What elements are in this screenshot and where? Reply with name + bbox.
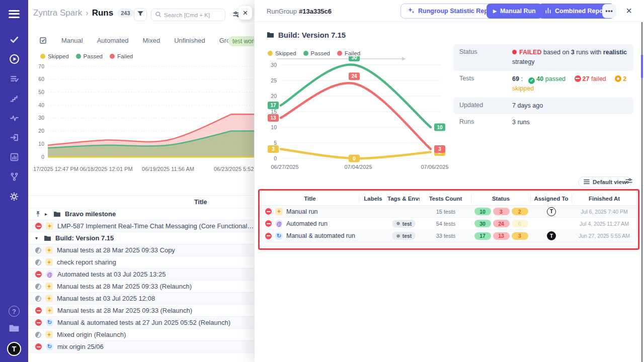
run-row[interactable]: @Automated tests at 03 Jul 2025 13:25 — [28, 268, 254, 281]
drawer-edge-close-button[interactable]: × — [238, 6, 252, 20]
run-title: check report sharing — [57, 258, 116, 266]
failed-minus-icon — [575, 75, 581, 82]
skipped-pill: 2 — [512, 208, 528, 215]
tab-manual[interactable]: Manual — [61, 37, 83, 44]
svg-text:17: 17 — [270, 103, 276, 108]
folder-row[interactable]: ▾Build: Version 7.15 — [28, 232, 254, 244]
skipped-pill: 0 — [512, 220, 528, 227]
legend-passed[interactable]: Passed — [303, 50, 330, 56]
manual-run-icon — [45, 331, 53, 338]
table-row[interactable]: Manual run15 tests1032TJul 6, 2025 7:40 … — [261, 206, 636, 218]
failed-dot-icon — [512, 50, 517, 54]
search-input[interactable] — [164, 12, 219, 18]
legend-failed[interactable]: Failed — [110, 53, 133, 59]
bulk-edit-icon[interactable] — [39, 36, 47, 44]
folder-row[interactable]: ▸Bravo milestone — [28, 208, 254, 220]
sidebar-item-branches[interactable] — [0, 168, 28, 188]
chevron-down-icon[interactable]: ▾ — [35, 235, 40, 241]
sidebar-item-reports[interactable] — [0, 148, 28, 168]
legend-label: Failed — [345, 50, 360, 56]
pin-icon[interactable] — [35, 211, 41, 217]
legend-passed[interactable]: Passed — [76, 53, 103, 59]
folder-icon — [267, 32, 274, 38]
table-row[interactable]: @Automated runtest54 tests30240Jul 4, 20… — [261, 218, 636, 230]
run-row[interactable]: ↻Manual & automated tests at 27 Jun 2025… — [28, 317, 254, 329]
runs-tabs: ManualAutomatedMixedUnfinishedGroups — [39, 36, 240, 44]
column-header-status[interactable]: Status — [471, 194, 531, 203]
close-drawer-button[interactable]: × — [622, 4, 635, 17]
passed-pill: 10 — [474, 208, 491, 215]
column-header-title[interactable]: Title — [261, 194, 359, 203]
filter-button[interactable] — [134, 8, 147, 21]
run-row[interactable]: check report sharing — [28, 256, 254, 268]
more-actions-button[interactable]: ••• — [602, 4, 616, 18]
table-settings-icon[interactable] — [625, 177, 633, 187]
failed-status-icon — [265, 208, 272, 215]
check-icon — [10, 35, 19, 46]
manual-run-icon — [275, 208, 283, 215]
column-header-tags-envs[interactable]: Tags & Envs — [387, 194, 420, 203]
manual-run-button[interactable]: ▶ Manual Run — [487, 4, 542, 19]
legend-skipped[interactable]: Skipped — [40, 53, 69, 59]
run-row[interactable]: Mixed origin (Relaunch) — [28, 329, 254, 341]
run-row[interactable]: Manual tests at 28 Mar 2025 09:33 (Relau… — [28, 305, 254, 317]
sidebar-item-projects[interactable] — [0, 324, 28, 335]
sidebar-item-runs[interactable] — [0, 50, 28, 70]
rungroup-runs-table: TitleLabelsTags & EnvsTests CountStatusA… — [261, 191, 637, 242]
table-row[interactable]: ↻Manual & automated runtest33 tests17133… — [261, 230, 636, 242]
chevron-right-icon[interactable]: ▸ — [45, 211, 49, 217]
mixed-run-icon: ↻ — [275, 232, 283, 240]
run-row[interactable]: ↻mix origin 25/06 — [28, 341, 254, 353]
svg-text:13: 13 — [270, 115, 276, 121]
scrollbar-thumb[interactable] — [641, 54, 643, 78]
column-header-assigned-to[interactable]: Assigned To — [531, 194, 572, 203]
tab-automated[interactable]: Automated — [97, 37, 129, 44]
sidebar-item-milestones[interactable] — [0, 89, 28, 109]
svg-text:70: 70 — [38, 63, 44, 69]
tag-pill[interactable]: test — [392, 232, 416, 240]
run-title-cell: @Automated run — [261, 220, 359, 227]
default-view-button[interactable]: Default view — [578, 176, 632, 188]
run-list: ▸Bravo milestoneLMP-587 Implement Real-T… — [28, 208, 254, 353]
run-row[interactable]: Manual tests at 28 Mar 2025 09:33 Copy — [28, 244, 254, 256]
page-title: Runs — [92, 8, 114, 18]
sidebar-item-settings[interactable] — [0, 188, 28, 207]
sidebar-item-import[interactable] — [0, 129, 28, 148]
failed-status-icon — [265, 220, 272, 227]
legend-label: Failed — [117, 53, 133, 59]
run-row[interactable]: Manual tests at 03 Jul 2025 12:08 — [28, 293, 254, 305]
tab-unfinished[interactable]: Unfinished — [174, 37, 205, 44]
tag-pill[interactable]: test — [392, 220, 416, 228]
run-title-cell: ↻Manual & automated run — [261, 232, 359, 240]
svg-text:15: 15 — [271, 109, 277, 115]
sidebar-item-test-plans[interactable] — [0, 70, 28, 89]
column-header-tests-count[interactable]: Tests Count — [420, 194, 471, 203]
tab-mixed[interactable]: Mixed — [143, 37, 160, 44]
rungroup-id: #13a335c6 — [299, 8, 332, 15]
bar-chart-icon — [10, 152, 19, 164]
column-header-labels[interactable]: Labels — [359, 194, 387, 203]
legend-skipped[interactable]: Skipped — [268, 50, 296, 56]
svg-text:10: 10 — [38, 141, 44, 147]
svg-text:30: 30 — [38, 115, 44, 121]
sparkles-icon — [408, 7, 415, 16]
x-tick-label: 06/18/2025 12:01 PM — [76, 166, 136, 172]
sidebar-item-pulse[interactable] — [0, 109, 28, 129]
help-icon[interactable]: ? — [9, 306, 20, 317]
funnel-icon — [137, 10, 144, 19]
user-avatar[interactable]: T — [7, 342, 21, 356]
list-check-icon — [10, 74, 19, 85]
tab-test-work[interactable]: test work — [228, 36, 254, 46]
sidebar-item-tests[interactable] — [0, 31, 28, 50]
legend-failed[interactable]: Failed — [337, 50, 360, 56]
x-tick-label: 06/27/2025 — [267, 164, 303, 170]
breadcrumb-project[interactable]: Zyntra Spark — [33, 8, 82, 18]
run-title: Manual tests at 03 Jul 2025 12:08 — [57, 295, 155, 302]
svg-text:0: 0 — [353, 156, 356, 161]
detail-row-runs: Runs 3 runs — [453, 114, 633, 131]
mixed-run-icon: ↻ — [46, 343, 53, 350]
run-row[interactable]: LMP-587 Implement Real-Time Chat Messagi… — [28, 220, 254, 232]
run-row[interactable]: Manual tests at 28 Mar 2025 09:33 (Relau… — [28, 281, 254, 293]
column-header-finished-at[interactable]: Finished At — [572, 194, 636, 203]
hamburger-menu-icon[interactable] — [9, 8, 20, 20]
